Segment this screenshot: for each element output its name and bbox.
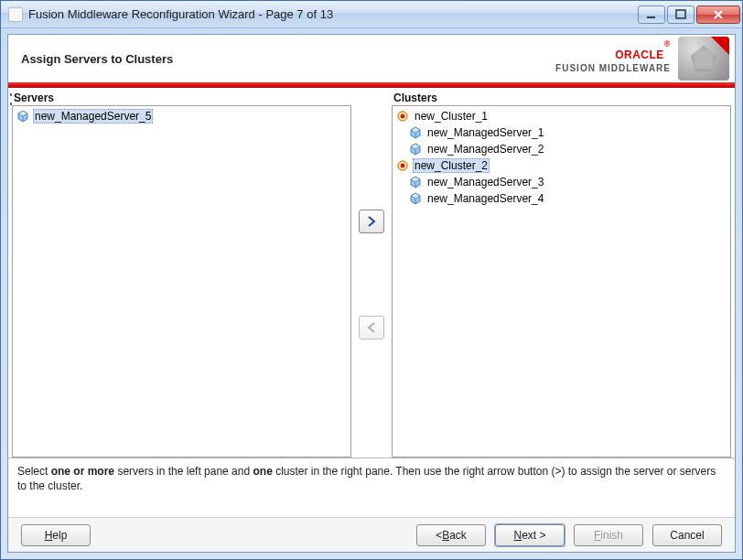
wizard-footer: Help < Back Next > Finish Cancel — [8, 517, 735, 552]
servers-pane: Servers new_ManagedServer_5 — [12, 92, 351, 458]
server-cube-icon — [409, 192, 422, 205]
svg-point-3 — [401, 114, 404, 118]
registered-icon: ® — [664, 39, 671, 48]
close-button[interactable] — [696, 5, 740, 24]
cluster-ring-icon — [396, 159, 409, 172]
clusters-pane-title: Clusters — [392, 92, 731, 105]
product-gem-icon — [678, 37, 729, 81]
wizard-body: Servers new_ManagedServer_5 Clusters new… — [8, 88, 735, 552]
server-cube-icon — [16, 110, 29, 123]
cluster-server-label: new_ManagedServer_3 — [425, 176, 545, 188]
cluster-server-label: new_ManagedServer_4 — [425, 192, 545, 205]
finish-button: Finish — [574, 524, 643, 546]
servers-pane-title: Servers — [12, 92, 351, 105]
wizard-content: Assign Servers to Clusters ORACLE® FUSIO… — [7, 34, 736, 553]
server-cube-icon — [409, 143, 422, 156]
minimize-button[interactable] — [638, 5, 665, 24]
cancel-button[interactable]: Cancel — [652, 524, 722, 546]
assign-right-button[interactable] — [359, 210, 384, 233]
cluster-server-item[interactable]: new_ManagedServer_1 — [393, 124, 730, 141]
svg-rect-0 — [647, 16, 655, 18]
cluster-label: new_Cluster_2 — [413, 158, 490, 173]
servers-tree[interactable]: new_ManagedServer_5 — [12, 105, 351, 458]
next-button[interactable]: Next > — [495, 524, 565, 546]
svg-rect-1 — [676, 10, 685, 18]
wizard-header: Assign Servers to Clusters ORACLE® FUSIO… — [8, 35, 735, 82]
cluster-ring-icon — [396, 110, 409, 123]
server-item[interactable]: new_ManagedServer_5 — [13, 108, 350, 124]
cluster-server-item[interactable]: new_ManagedServer_3 — [393, 174, 730, 190]
cluster-server-label: new_ManagedServer_2 — [425, 143, 545, 156]
window-controls — [636, 5, 740, 24]
cluster-item[interactable]: new_Cluster_1 — [393, 108, 730, 124]
cluster-server-item[interactable]: new_ManagedServer_2 — [393, 141, 730, 157]
back-button[interactable]: < Back — [416, 524, 486, 546]
server-cube-icon — [409, 126, 422, 139]
cluster-server-label: new_ManagedServer_1 — [425, 126, 545, 139]
unassign-left-button[interactable] — [359, 316, 384, 339]
clusters-pane: Clusters new_Cluster_1new_ManagedServer_… — [392, 92, 731, 458]
brand-block: ORACLE® FUSION MIDDLEWARE — [555, 37, 729, 81]
instruction-text: Select one or more servers in the left p… — [8, 458, 735, 517]
cluster-item[interactable]: new_Cluster_2 — [393, 157, 730, 174]
titlebar[interactable]: Fusion Middleware Reconfiguration Wizard… — [1, 1, 742, 28]
maximize-button[interactable] — [667, 5, 695, 24]
server-label: new_ManagedServer_5 — [33, 109, 153, 124]
cluster-server-item[interactable]: new_ManagedServer_4 — [393, 190, 730, 207]
help-button[interactable]: Help — [21, 524, 91, 546]
oracle-subtitle: FUSION MIDDLEWARE — [555, 63, 671, 73]
oracle-logo: ORACLE® FUSION MIDDLEWARE — [555, 44, 671, 73]
transfer-controls — [351, 92, 392, 458]
svg-point-5 — [401, 164, 404, 167]
clusters-tree[interactable]: new_Cluster_1new_ManagedServer_1new_Mana… — [392, 105, 731, 458]
server-cube-icon — [409, 176, 422, 188]
window-title: Fusion Middleware Reconfiguration Wizard… — [28, 7, 636, 21]
assignment-panes: Servers new_ManagedServer_5 Clusters new… — [8, 88, 735, 458]
oracle-word: ORACLE — [615, 48, 664, 61]
wizard-window: Fusion Middleware Reconfiguration Wizard… — [0, 0, 743, 560]
page-title: Assign Servers to Clusters — [21, 52, 173, 66]
cluster-label: new_Cluster_1 — [413, 110, 490, 123]
app-icon — [8, 7, 23, 22]
